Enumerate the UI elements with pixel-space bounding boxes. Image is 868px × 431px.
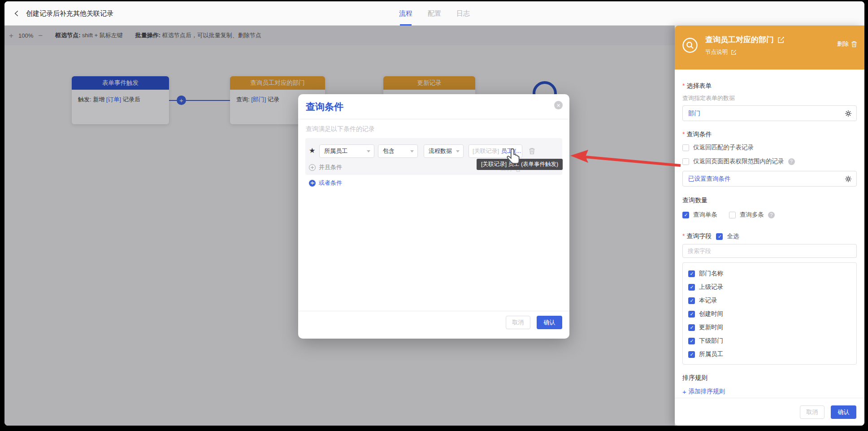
condition-row: ★ 所属员工 包含 流程数据 [关联记录]员工 (... [305,144,562,158]
help-icon[interactable]: ? [768,212,775,218]
field-item[interactable]: 本记录 [688,294,851,307]
node-desc-label[interactable]: 节点说明 [705,48,728,56]
add-or-condition-button[interactable]: 或者条件 [309,179,342,187]
checkbox-unchecked[interactable] [682,158,689,165]
query-fields-label: *查询字段 [682,232,712,240]
field-item[interactable]: 所属员工 [688,348,851,361]
page-title: 创建记录后补充其他关联记录 [26,9,113,18]
edit-icon[interactable] [777,36,785,44]
modal-title: 查询条件 [306,100,343,113]
gear-icon[interactable] [845,175,852,183]
condition-field-select[interactable]: 所属员工 [319,144,374,158]
panel-cancel-button[interactable]: 取消 [800,405,825,419]
search-record-icon [682,37,698,53]
screenshot-frame: + 100% − 框选节点: shift + 鼠标左键 批量操作: 框选节点后，… [0,0,868,431]
checkbox-checked[interactable] [688,338,695,344]
panel-header: 查询员工对应的部门 节点说明 删除 [675,26,864,70]
add-and-condition-button[interactable]: 并且条件 [309,163,342,171]
tab-config[interactable]: 配置 [428,1,441,26]
condition-operator-select[interactable]: 包含 [378,144,418,158]
query-count-label: 查询数量 [682,196,857,205]
condition-source-select[interactable]: 流程数据 [424,144,464,158]
plus-icon: + [682,388,686,396]
help-icon[interactable]: ? [788,158,795,165]
chevron-down-icon [410,150,414,152]
panel-body: *选择表单 查询指定表单的数据 部门 *查询条件 仅返回匹配的子表记录 仅返回页… [675,70,864,398]
configured-condition-button[interactable]: 已设置查询条件 [682,171,857,187]
single-record-checkbox-row[interactable]: 查询单条 [682,211,717,219]
checkbox-checked[interactable] [688,311,695,318]
back-icon[interactable] [12,9,22,18]
checkbox-checked[interactable] [688,297,695,304]
checkbox-checked[interactable] [716,233,723,240]
query-condition-modal: 查询条件 × 查询满足以下条件的记录 ★ 所属员工 包含 流程数据 [关联记录]… [298,94,569,339]
delete-condition-icon[interactable] [529,148,535,155]
subtable-only-checkbox-row[interactable]: 仅返回匹配的子表记录 [682,144,857,152]
node-config-panel: 查询员工对应的部门 节点说明 删除 *选择表单 查询指定表单的数据 部门 [675,26,864,426]
select-form-label: *选择表单 [682,82,857,90]
search-fields-input[interactable] [682,244,857,258]
modal-confirm-button[interactable]: 确认 [537,316,562,329]
checkbox-checked[interactable] [682,212,689,218]
modal-cancel-button[interactable]: 取消 [506,316,530,329]
checkbox-unchecked[interactable] [682,144,689,151]
field-item[interactable]: 创建时间 [688,307,851,321]
tab-flow[interactable]: 流程 [399,1,412,26]
circle-plus-icon [309,164,316,171]
add-sort-rule-button[interactable]: 添加排序规则 [689,387,725,396]
field-item[interactable]: 下级部门 [688,334,851,348]
delete-node-button[interactable]: 删除 [837,40,857,48]
modal-subtitle: 查询满足以下条件的记录 [306,125,375,133]
divider [298,119,569,119]
mouse-cursor [505,148,521,166]
topbar: 创建记录后补充其他关联记录 流程 配置 日志 [4,1,864,26]
sort-rules-label: 排序规则 [682,374,857,382]
tab-logs[interactable]: 日志 [456,1,470,26]
multi-record-checkbox-row[interactable]: 查询多条 ? [729,211,775,219]
page-scope-checkbox-row[interactable]: 仅返回页面图表权限范围内的记录 ? [682,157,857,165]
edit-icon[interactable] [731,49,737,55]
close-icon[interactable]: × [554,101,563,109]
checkbox-unchecked[interactable] [729,212,736,218]
trash-icon [851,41,857,48]
query-condition-label: *查询条件 [682,131,857,139]
checkbox-checked[interactable] [688,284,695,291]
form-picker[interactable]: 部门 [682,105,857,121]
circle-plus-icon [309,180,316,187]
checkbox-checked[interactable] [688,270,695,277]
field-item[interactable]: 上级记录 [688,280,851,294]
select-all-checkbox-row[interactable]: 全选 [716,232,739,240]
select-form-help: 查询指定表单的数据 [682,94,857,102]
field-item[interactable]: 更新时间 [688,321,851,334]
panel-confirm-button[interactable]: 确认 [831,405,856,419]
checkbox-checked[interactable] [688,351,695,358]
gear-icon[interactable] [845,110,852,117]
divider [298,311,569,311]
chevron-down-icon [456,150,460,152]
panel-node-title: 查询员工对应的部门 [705,35,774,45]
checkbox-checked[interactable] [688,324,695,331]
star-icon: ★ [309,146,315,155]
topbar-tabs: 流程 配置 日志 [399,1,470,26]
panel-footer: 取消 确认 [675,398,864,426]
field-item[interactable]: 部门名称 [688,267,851,280]
chevron-down-icon [367,150,370,152]
workflow-app: + 100% − 框选节点: shift + 鼠标左键 批量操作: 框选节点后，… [4,1,864,426]
field-list: 部门名称 上级记录 本记录 创建时间 更新时间 下级部门 所属员工 [682,262,857,365]
